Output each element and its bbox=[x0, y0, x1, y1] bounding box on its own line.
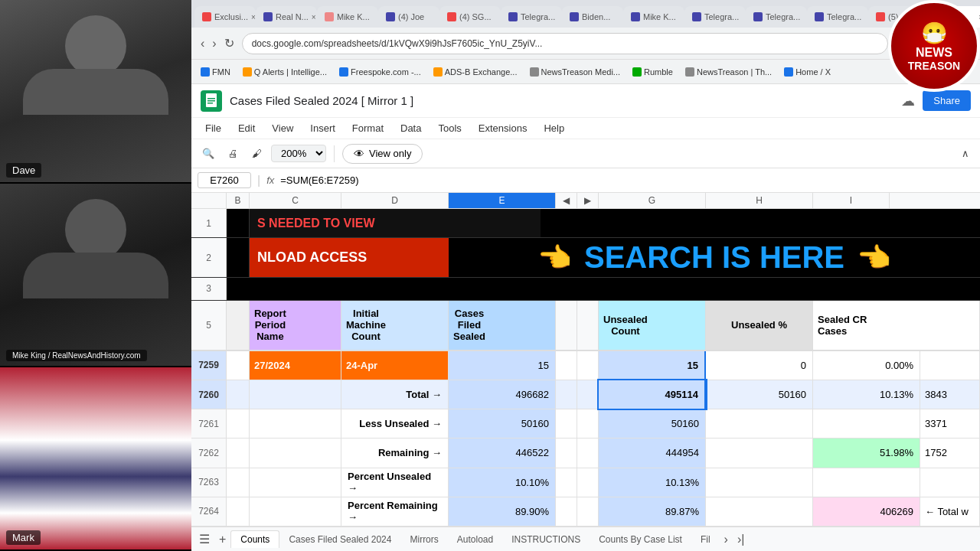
cell-g7260[interactable]: 50160 bbox=[706, 380, 813, 409]
sheet-tab-fil[interactable]: Fil bbox=[691, 531, 720, 548]
bookmark-rumble[interactable]: Rumble bbox=[629, 66, 676, 78]
cell-e7261[interactable]: 50160 bbox=[449, 409, 556, 438]
search-tool-button[interactable]: 🔍 bbox=[198, 145, 219, 161]
col-nav-right[interactable]: ▶ bbox=[577, 193, 599, 208]
formula-input[interactable] bbox=[280, 174, 974, 186]
cell-f7260-selected[interactable]: 495114 bbox=[599, 380, 706, 409]
bookmark-newstreason2[interactable]: NewsTreason | Th... bbox=[682, 66, 775, 78]
col-header-i[interactable]: I bbox=[813, 193, 890, 208]
paint-format-button[interactable]: 🖌 bbox=[247, 145, 266, 161]
cell-d7264[interactable]: Percent Remaining → bbox=[341, 497, 449, 526]
cell-i7262[interactable]: 1752 bbox=[920, 439, 980, 467]
menu-help[interactable]: Help bbox=[536, 119, 572, 137]
cell-d7260[interactable]: Total → bbox=[341, 380, 449, 409]
cell-i7260[interactable]: 3843 bbox=[920, 380, 980, 409]
cell-e7262[interactable]: 446522 bbox=[449, 439, 556, 467]
row-num-7262: 7262 bbox=[191, 439, 227, 467]
cell-d7261[interactable]: Less Unsealed → bbox=[341, 409, 449, 438]
sheet-tab-cases-filed[interactable]: Cases Filed Sealed 2024 bbox=[279, 531, 400, 548]
toolbar-collapse[interactable]: ∧ bbox=[957, 145, 974, 161]
bookmark-fmn[interactable]: FMN bbox=[198, 66, 234, 78]
cell-f7261[interactable]: 50160 bbox=[599, 409, 706, 438]
eye-icon: 👁 bbox=[354, 148, 364, 160]
menu-edit[interactable]: Edit bbox=[230, 119, 263, 137]
cell-h7262[interactable]: 51.98% bbox=[813, 439, 920, 467]
sheet-tab-instructions[interactable]: INSTRUCTIONS bbox=[502, 531, 590, 548]
back-button[interactable]: ‹ bbox=[198, 33, 207, 54]
col-header-e[interactable]: E bbox=[449, 193, 556, 208]
col-header-b[interactable]: B bbox=[227, 193, 250, 208]
cell-h7264[interactable]: 406269 bbox=[813, 497, 920, 526]
cell-e7264[interactable]: 89.90% bbox=[449, 497, 556, 526]
sheet-tab-counts[interactable]: Counts bbox=[230, 530, 279, 548]
menu-bar: File Edit View Insert Format Data Tools … bbox=[191, 118, 980, 139]
cell-d7263[interactable]: Percent Unsealed → bbox=[341, 468, 449, 497]
sheet-tab-autoload[interactable]: Autoload bbox=[448, 531, 502, 548]
cell-e7263[interactable]: 10.10% bbox=[449, 468, 556, 497]
tab-scroll-right[interactable]: › bbox=[720, 530, 733, 549]
tab-joe[interactable]: (4) Joe bbox=[378, 6, 439, 28]
cell-g7259[interactable]: 0 bbox=[706, 351, 813, 380]
tab-telegra4[interactable]: Telegra... bbox=[807, 6, 868, 28]
bookmark-newstreason1[interactable]: NewsTreason Medi... bbox=[527, 66, 624, 78]
cell-f7259[interactable]: 15 bbox=[599, 351, 706, 380]
tab-close[interactable]: × bbox=[312, 13, 316, 21]
tab-mikek2[interactable]: Mike K... bbox=[623, 6, 684, 28]
share-button[interactable]: Share bbox=[923, 90, 971, 111]
menu-format[interactable]: Format bbox=[345, 119, 391, 137]
cell-i7261[interactable]: 3371 bbox=[920, 409, 980, 438]
menu-extensions[interactable]: Extensions bbox=[471, 119, 535, 137]
row-num-2: 2 bbox=[191, 238, 227, 277]
cell-h7259[interactable]: 0.00% bbox=[813, 351, 920, 380]
tab-telegra2[interactable]: Telegra... bbox=[684, 6, 746, 28]
cell-d7262[interactable]: Remaining → bbox=[341, 439, 449, 467]
cell-reference[interactable] bbox=[198, 172, 251, 188]
tab-sg[interactable]: (4) SG... bbox=[439, 6, 501, 28]
cell-f7262[interactable]: 444954 bbox=[599, 439, 706, 467]
bookmark-homex[interactable]: Home / X bbox=[781, 66, 834, 78]
bookmark-qalerts[interactable]: Q Alerts | Intellige... bbox=[240, 66, 330, 78]
tab-close[interactable]: × bbox=[251, 13, 256, 21]
forward-button[interactable]: › bbox=[209, 33, 219, 54]
zoom-selector[interactable]: 200% bbox=[271, 145, 326, 162]
cloud-icon[interactable]: ☁ bbox=[901, 93, 915, 109]
print-button[interactable]: 🖨 bbox=[224, 145, 243, 161]
col-header-d[interactable]: D bbox=[341, 193, 449, 208]
col-header-c[interactable]: C bbox=[250, 193, 341, 208]
bookmark-freespoke[interactable]: Freespoke.com -... bbox=[336, 66, 424, 78]
col-header-g[interactable]: G bbox=[599, 193, 706, 208]
tab-exclusi[interactable]: Exclusi... × bbox=[194, 6, 256, 28]
tab-mikek1[interactable]: Mike K... bbox=[317, 6, 378, 28]
cell-e7259[interactable]: 15 bbox=[449, 351, 556, 380]
bookmark-adsb[interactable]: ADS-B Exchange... bbox=[430, 66, 521, 78]
tab-biden[interactable]: Biden... bbox=[562, 6, 623, 28]
col-nav-left[interactable]: ◀ bbox=[556, 193, 577, 208]
tab-nav-left[interactable]: ☰ bbox=[194, 529, 214, 549]
menu-insert[interactable]: Insert bbox=[302, 119, 343, 137]
cell-c7259[interactable]: 27/2024 bbox=[250, 351, 341, 380]
view-only-label: View only bbox=[369, 148, 411, 159]
cell-f7263[interactable]: 10.13% bbox=[599, 468, 706, 497]
tab-telegra1[interactable]: Telegra... bbox=[501, 6, 562, 28]
reload-button[interactable]: ↻ bbox=[221, 33, 237, 54]
banner-row1: 1 S NEEDED TO VIEW bbox=[191, 209, 980, 238]
tab-telegra3[interactable]: Telegra... bbox=[746, 6, 807, 28]
tab-add[interactable]: + bbox=[214, 530, 230, 549]
sheet-header: Cases Filed Sealed 2024 [ Mirror 1 ] ☁ S… bbox=[191, 84, 980, 118]
view-only-button[interactable]: 👁 View only bbox=[342, 144, 423, 164]
menu-data[interactable]: Data bbox=[393, 119, 429, 137]
menu-tools[interactable]: Tools bbox=[430, 119, 469, 137]
tab-realn[interactable]: Real N... × bbox=[256, 6, 317, 28]
cell-i7264[interactable]: ← Total w bbox=[920, 497, 980, 526]
sheet-tab-counts-by-case[interactable]: Counts By Case List bbox=[590, 531, 691, 548]
cell-e7260[interactable]: 496682 bbox=[449, 380, 556, 409]
address-input[interactable] bbox=[242, 33, 888, 54]
cell-d7259[interactable]: 24-Apr bbox=[341, 351, 449, 380]
sheet-tab-mirrors[interactable]: Mirrors bbox=[400, 531, 447, 548]
menu-file[interactable]: File bbox=[198, 119, 229, 137]
menu-view[interactable]: View bbox=[264, 119, 301, 137]
col-header-h[interactable]: H bbox=[706, 193, 813, 208]
tab-scroll-end[interactable]: ›| bbox=[733, 530, 749, 549]
cell-f7264[interactable]: 89.87% bbox=[599, 497, 706, 526]
cell-h7260[interactable]: 10.13% bbox=[813, 380, 920, 409]
